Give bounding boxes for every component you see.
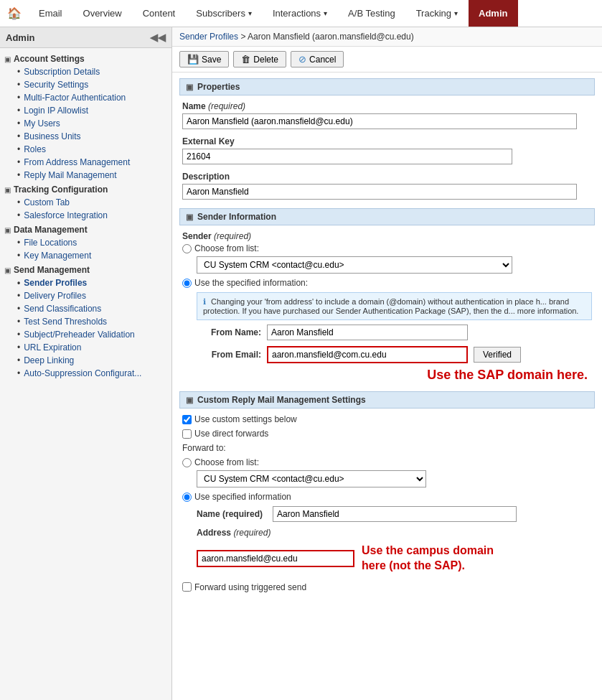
home-icon[interactable]: 🏠	[0, 0, 29, 27]
cancel-icon: ⊘	[298, 54, 306, 65]
sender-section-header[interactable]: ▣ Sender Information	[179, 208, 595, 225]
forward-choose-from-list-radio[interactable]	[182, 458, 192, 467]
from-email-row: From Email: Verified	[197, 346, 592, 363]
info-box: ℹ Changing your 'from address' to includ…	[197, 292, 592, 320]
sidebar-item-file-locations[interactable]: File Locations	[14, 236, 171, 249]
external-key-label: External Key	[182, 136, 592, 146]
sidebar-item-security-settings[interactable]: Security Settings	[14, 78, 171, 91]
properties-collapse-icon: ▣	[186, 83, 193, 92]
expand-icon-data: ▣	[4, 226, 11, 234]
use-specified-radio[interactable]	[182, 279, 192, 288]
from-name-row: From Name:	[197, 325, 592, 340]
use-direct-checkbox[interactable]	[182, 429, 192, 439]
forward-name-input[interactable]	[273, 506, 517, 522]
nav-email[interactable]: Email	[29, 0, 73, 27]
sidebar-item-roles[interactable]: Roles	[14, 143, 171, 156]
tree-group-send-management: ▣ Send Management Sender Profiles Delive…	[0, 263, 171, 380]
properties-title: Properties	[197, 82, 240, 92]
forward-use-specified-radio[interactable]	[182, 493, 192, 502]
sidebar-item-deep-linking[interactable]: Deep Linking	[14, 354, 171, 367]
from-name-label: From Name:	[197, 327, 261, 337]
sidebar-collapse-button[interactable]: ◀◀	[150, 32, 166, 43]
forward-dropdown[interactable]: CU System CRM <contact@cu.edu>	[197, 470, 426, 487]
sidebar-item-send-classifications[interactable]: Send Classifications	[14, 302, 171, 315]
sidebar-item-login-ip[interactable]: Login IP Allowlist	[14, 104, 171, 117]
nav-content[interactable]: Content	[133, 0, 187, 27]
save-icon: 💾	[187, 54, 199, 65]
sidebar-item-auto-suppression[interactable]: Auto-Suppression Configurat...	[14, 367, 171, 380]
main-layout: Admin ◀◀ ▣ Account Settings Subscription…	[0, 27, 602, 700]
delete-button[interactable]: 🗑 Delete	[233, 51, 286, 67]
sidebar-item-mfa[interactable]: Multi-Factor Authentication	[14, 91, 171, 104]
address-row: Use the campus domain here (not the SAP)…	[197, 541, 592, 577]
sidebar-title: Admin	[6, 32, 34, 43]
description-input[interactable]	[182, 184, 577, 200]
expand-icon-tracking: ▣	[4, 186, 11, 194]
nav-interactions[interactable]: Interactions ▾	[263, 0, 338, 27]
cancel-button[interactable]: ⊘ Cancel	[291, 51, 344, 67]
nav-overview[interactable]: Overview	[73, 0, 133, 27]
external-key-input[interactable]	[182, 149, 512, 164]
nav-admin[interactable]: Admin	[469, 0, 518, 27]
forward-to-label: Forward to:	[182, 443, 592, 453]
forward-use-specified-option: Use specified information	[182, 492, 592, 502]
sidebar-item-salesforce[interactable]: Salesforce Integration	[14, 209, 171, 222]
sidebar-item-reply-mail[interactable]: Reply Mail Management	[14, 169, 171, 182]
sidebar-item-subscription-details[interactable]: Subscription Details	[14, 65, 171, 78]
name-field: Name (required)	[179, 101, 595, 129]
breadcrumb-current: Aaron Mansfield (aaron.mansfield@cu.edu)	[248, 32, 414, 42]
sidebar-item-key-management[interactable]: Key Management	[14, 249, 171, 262]
send-management-label: Send Management	[14, 265, 90, 275]
nav-tracking[interactable]: Tracking ▾	[406, 0, 469, 27]
use-custom-checkbox[interactable]	[182, 415, 192, 424]
top-navigation: 🏠 Email Overview Content Subscribers ▾ I…	[0, 0, 602, 27]
address-field-group: Address (required) Use the campus domain…	[197, 528, 592, 577]
sidebar-wrapper: Admin ◀◀ ▣ Account Settings Subscription…	[0, 27, 172, 700]
forward-triggered-checkbox[interactable]	[182, 582, 192, 592]
sidebar-item-test-send[interactable]: Test Send Thresholds	[14, 315, 171, 328]
tracking-dropdown-arrow: ▾	[454, 9, 458, 17]
sidebar-item-business-units[interactable]: Business Units	[14, 130, 171, 143]
from-email-input[interactable]	[267, 346, 468, 363]
name-label: Name (required)	[182, 101, 592, 111]
sidebar-item-url-expiration[interactable]: URL Expiration	[14, 341, 171, 354]
custom-reply-collapse-icon: ▣	[186, 396, 193, 405]
description-label: Description	[182, 172, 592, 182]
sidebar-item-from-address[interactable]: From Address Management	[14, 156, 171, 169]
nav-subscribers[interactable]: Subscribers ▾	[186, 0, 263, 27]
sidebar-item-sender-profiles[interactable]: Sender Profiles	[14, 276, 171, 289]
tree-group-header-send[interactable]: ▣ Send Management	[0, 263, 171, 276]
sidebar-item-delivery-profiles[interactable]: Delivery Profiles	[14, 289, 171, 302]
sidebar: Admin ◀◀ ▣ Account Settings Subscription…	[0, 27, 172, 700]
from-email-label: From Email:	[197, 350, 261, 360]
sidebar-item-my-users[interactable]: My Users	[14, 117, 171, 130]
breadcrumb-parent[interactable]: Sender Profiles	[179, 32, 238, 42]
address-input[interactable]	[197, 550, 354, 567]
from-name-input[interactable]	[267, 325, 468, 340]
tree-group-header-account-settings[interactable]: ▣ Account Settings	[0, 52, 171, 65]
save-button[interactable]: 💾 Save	[179, 51, 229, 67]
info-icon: ℹ	[203, 297, 206, 306]
external-key-field: External Key	[179, 136, 595, 164]
name-input[interactable]	[182, 113, 577, 129]
forward-triggered-option: Forward using triggered send	[182, 582, 592, 592]
properties-section-header[interactable]: ▣ Properties	[179, 78, 595, 95]
choose-from-list-option: Choose from list:	[182, 243, 592, 253]
use-specified-option: Use the specified information:	[182, 278, 592, 288]
sender-dropdown[interactable]: CU System CRM <contact@cu.edu>	[197, 256, 512, 274]
tree-group-header-data[interactable]: ▣ Data Management	[0, 223, 171, 236]
sender-title: Sender Information	[197, 212, 276, 222]
nav-ab-testing[interactable]: A/B Testing	[338, 0, 406, 27]
choose-from-list-radio[interactable]	[182, 244, 192, 253]
campus-message: Use the campus domain here (not the SAP)…	[362, 541, 494, 577]
verified-button[interactable]: Verified	[474, 347, 521, 363]
tracking-config-label: Tracking Configuration	[14, 185, 108, 195]
sender-field: Sender (required) Choose from list: CU S…	[179, 231, 595, 363]
tree-group-header-tracking[interactable]: ▣ Tracking Configuration	[0, 183, 171, 196]
content-area: Sender Profiles > Aaron Mansfield (aaron…	[172, 27, 602, 700]
sidebar-item-subject-preheader[interactable]: Subject/Preheader Validation	[14, 328, 171, 341]
send-children: Sender Profiles Delivery Profiles Send C…	[0, 276, 171, 380]
account-settings-children: Subscription Details Security Settings M…	[0, 65, 171, 182]
custom-reply-header[interactable]: ▣ Custom Reply Mail Management Settings	[179, 391, 595, 409]
sidebar-item-custom-tab[interactable]: Custom Tab	[14, 196, 171, 209]
